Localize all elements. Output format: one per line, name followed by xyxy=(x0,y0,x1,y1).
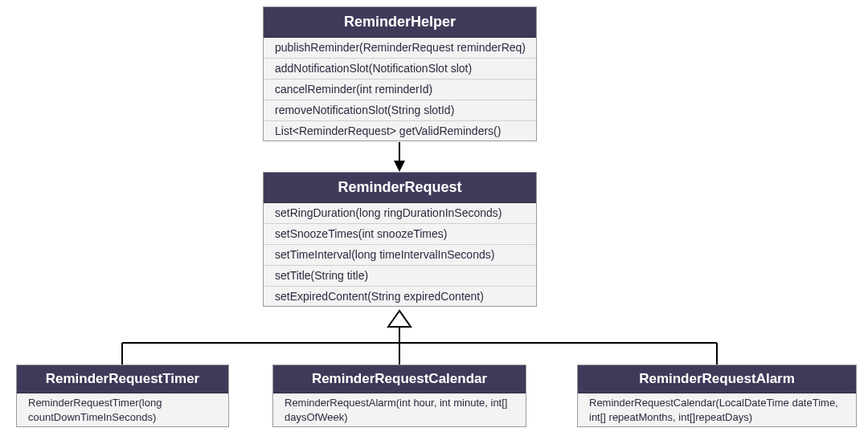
class-title: ReminderRequest xyxy=(264,173,536,203)
method-row: setSnoozeTimes(int snoozeTimes) xyxy=(264,224,536,245)
class-methods: ReminderRequestTimer(long countDownTimeI… xyxy=(17,393,228,426)
generalization-triangle xyxy=(122,311,717,365)
class-reminder-request: ReminderRequest setRingDuration(long rin… xyxy=(263,172,537,307)
association-arrow xyxy=(394,142,405,172)
method-row: setTitle(String title) xyxy=(264,266,536,287)
method-row: setRingDuration(long ringDurationInSecon… xyxy=(264,203,536,224)
class-reminder-request-calendar: ReminderRequestCalendar ReminderRequestA… xyxy=(272,365,526,427)
class-reminder-request-timer: ReminderRequestTimer ReminderRequestTime… xyxy=(16,365,229,427)
method-row: setTimeInterval(long timeIntervalInSecon… xyxy=(264,245,536,266)
method-row: List<ReminderRequest> getValidReminders(… xyxy=(264,121,536,141)
class-methods: setRingDuration(long ringDurationInSecon… xyxy=(264,203,536,306)
method-row: ReminderRequestCalendar(LocalDateTime da… xyxy=(578,393,856,426)
method-row: ReminderRequestAlarm(int hour, int minut… xyxy=(273,393,526,426)
class-title: ReminderRequestTimer xyxy=(17,365,228,393)
svg-marker-2 xyxy=(388,311,411,327)
method-row: ReminderRequestTimer(long countDownTimeI… xyxy=(17,393,228,426)
svg-marker-1 xyxy=(394,161,405,172)
method-row: publishReminder(ReminderRequest reminder… xyxy=(264,38,536,59)
class-title: ReminderRequestAlarm xyxy=(578,365,856,393)
class-reminder-request-alarm: ReminderRequestAlarm ReminderRequestCale… xyxy=(577,365,857,427)
method-row: setExpiredContent(String expiredContent) xyxy=(264,287,536,307)
method-row: removeNotificationSlot(String slotId) xyxy=(264,100,536,121)
method-row: cancelReminder(int reminderId) xyxy=(264,79,536,100)
class-title: ReminderHelper xyxy=(264,7,536,38)
class-title: ReminderRequestCalendar xyxy=(273,365,526,393)
class-methods: ReminderRequestAlarm(int hour, int minut… xyxy=(273,393,526,426)
class-reminder-helper: ReminderHelper publishReminder(ReminderR… xyxy=(263,6,537,141)
class-methods: publishReminder(ReminderRequest reminder… xyxy=(264,38,536,141)
class-methods: ReminderRequestCalendar(LocalDateTime da… xyxy=(578,393,856,426)
method-row: addNotificationSlot(NotificationSlot slo… xyxy=(264,59,536,79)
